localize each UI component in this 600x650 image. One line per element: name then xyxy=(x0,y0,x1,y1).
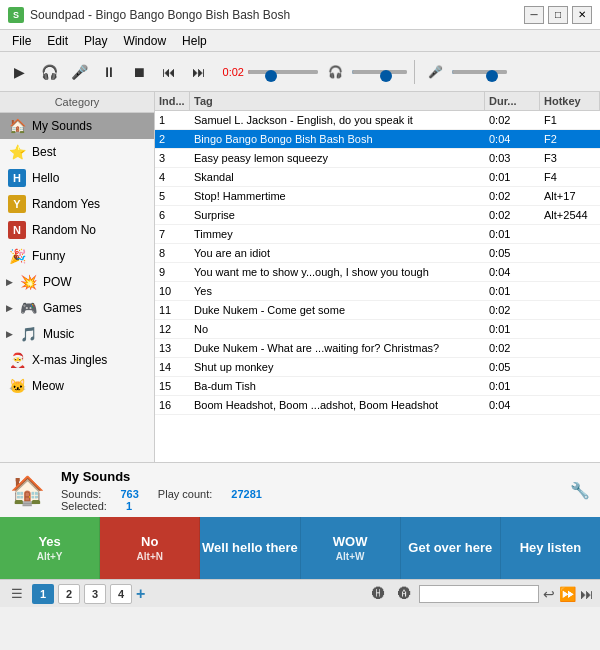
sort-icon[interactable]: 🅗 xyxy=(367,583,389,605)
track-index: 2 xyxy=(155,130,190,148)
well-hello-soundboard-button[interactable]: Well hello there xyxy=(200,517,300,579)
menu-play[interactable]: Play xyxy=(76,32,115,50)
track-duration: 0:01 xyxy=(485,377,540,395)
music-icon: 🎵 xyxy=(19,325,37,343)
next-button[interactable]: ⏭ xyxy=(186,59,212,85)
home-icon: 🏠 xyxy=(10,474,45,507)
menu-window[interactable]: Window xyxy=(115,32,174,50)
track-index: 1 xyxy=(155,111,190,129)
sidebar-item-random-no[interactable]: N Random No xyxy=(0,217,154,243)
search-input-area[interactable] xyxy=(419,585,539,603)
close-button[interactable]: ✕ xyxy=(572,6,592,24)
games-arrow: ▶ xyxy=(6,303,13,313)
tab-2[interactable]: 2 xyxy=(58,584,80,604)
stop-button[interactable]: ⏹ xyxy=(126,59,152,85)
sidebar-item-random-yes[interactable]: Y Random Yes xyxy=(0,191,154,217)
track-index: 6 xyxy=(155,206,190,224)
minimize-button[interactable]: ─ xyxy=(524,6,544,24)
prev-button[interactable]: ⏮ xyxy=(156,59,182,85)
settings-icon[interactable]: 🔧 xyxy=(570,481,590,500)
menu-file[interactable]: File xyxy=(4,32,39,50)
pause-button[interactable]: ⏸ xyxy=(96,59,122,85)
volume-slider[interactable] xyxy=(352,70,407,74)
mic-volume-slider[interactable] xyxy=(452,70,507,74)
status-counts-row1: Sounds: 763 Play count: 27281 xyxy=(61,488,558,500)
table-row[interactable]: 5Stop! Hammertime0:02Alt+17 xyxy=(155,187,600,206)
table-row[interactable]: 10Yes0:01 xyxy=(155,282,600,301)
headphones-button[interactable]: 🎧 xyxy=(36,59,62,85)
table-row[interactable]: 9You want me to show y...ough, I show yo… xyxy=(155,263,600,282)
tab-1[interactable]: 1 xyxy=(32,584,54,604)
track-duration: 0:05 xyxy=(485,244,540,262)
table-row[interactable]: 15Ba-dum Tish0:01 xyxy=(155,377,600,396)
no-label: No xyxy=(141,534,158,549)
table-row[interactable]: 14Shut up monkey0:05 xyxy=(155,358,600,377)
track-duration: 0:01 xyxy=(485,225,540,243)
track-index: 14 xyxy=(155,358,190,376)
track-hotkey xyxy=(540,320,600,338)
mic2-button[interactable]: 🎤 xyxy=(422,59,448,85)
table-row[interactable]: 3Easy peasy lemon squeezy0:03F3 xyxy=(155,149,600,168)
forward-arrow[interactable]: ⏩ xyxy=(559,586,576,602)
sidebar-item-xmas[interactable]: 🎅 X-mas Jingles xyxy=(0,347,154,373)
table-row[interactable]: 7Timmey0:01 xyxy=(155,225,600,244)
table-row[interactable]: 16Boom Headshot, Boom ...adshot, Boom He… xyxy=(155,396,600,415)
menu-help[interactable]: Help xyxy=(174,32,215,50)
sidebar-item-best[interactable]: ⭐ Best xyxy=(0,139,154,165)
table-row[interactable]: 11Duke Nukem - Come get some0:02 xyxy=(155,301,600,320)
sidebar-label-music: Music xyxy=(43,327,74,341)
tab-4[interactable]: 4 xyxy=(110,584,132,604)
table-row[interactable]: 6Surprise0:02Alt+2544 xyxy=(155,206,600,225)
sidebar-item-games[interactable]: ▶ 🎮 Games xyxy=(0,295,154,321)
sounds-label: Sounds: 763 xyxy=(61,488,139,500)
sidebar-label-meow: Meow xyxy=(32,379,64,393)
sidebar-label-pow: POW xyxy=(43,275,72,289)
mic-button[interactable]: 🎤 xyxy=(66,59,92,85)
sidebar-item-pow[interactable]: ▶ 💥 POW xyxy=(0,269,154,295)
play-button[interactable]: ▶ xyxy=(6,59,32,85)
get-over-soundboard-button[interactable]: Get over here xyxy=(401,517,501,579)
track-index: 16 xyxy=(155,396,190,414)
headphones2-button[interactable]: 🎧 xyxy=(322,59,348,85)
sidebar-item-music[interactable]: ▶ 🎵 Music xyxy=(0,321,154,347)
track-index: 7 xyxy=(155,225,190,243)
track-index: 5 xyxy=(155,187,190,205)
sidebar-item-hello[interactable]: H Hello xyxy=(0,165,154,191)
track-tag: Stop! Hammertime xyxy=(190,187,485,205)
maximize-button[interactable]: □ xyxy=(548,6,568,24)
table-row[interactable]: 2Bingo Bango Bongo Bish Bash Bosh0:04F2 xyxy=(155,130,600,149)
back-arrow[interactable]: ↩ xyxy=(543,586,555,602)
yes-soundboard-button[interactable]: Yes Alt+Y xyxy=(0,517,100,579)
hey-listen-soundboard-button[interactable]: Hey listen xyxy=(501,517,600,579)
menu-edit[interactable]: Edit xyxy=(39,32,76,50)
track-index: 3 xyxy=(155,149,190,167)
case-icon[interactable]: 🅐 xyxy=(393,583,415,605)
track-tag: Yes xyxy=(190,282,485,300)
wow-soundboard-button[interactable]: WOW Alt+W xyxy=(301,517,401,579)
table-row[interactable]: 4Skandal0:01F4 xyxy=(155,168,600,187)
hello-icon: H xyxy=(8,169,26,187)
hamburger-icon[interactable]: ☰ xyxy=(6,583,28,605)
table-row[interactable]: 8You are an idiot0:05 xyxy=(155,244,600,263)
playback-slider[interactable] xyxy=(248,70,318,74)
add-tab-button[interactable]: + xyxy=(136,585,145,603)
track-duration: 0:01 xyxy=(485,320,540,338)
sidebar-item-meow[interactable]: 🐱 Meow xyxy=(0,373,154,399)
end-arrow[interactable]: ⏭ xyxy=(580,586,594,602)
main-area: Category 🏠 My Sounds ⭐ Best H Hello Y Ra… xyxy=(0,92,600,462)
volume-slider-container xyxy=(352,70,407,74)
no-soundboard-button[interactable]: No Alt+N xyxy=(100,517,200,579)
sidebar-label-funny: Funny xyxy=(32,249,65,263)
bottombar-right: 🅗 🅐 ↩ ⏩ ⏭ xyxy=(367,583,594,605)
play-count-value: 27281 xyxy=(231,488,262,500)
tracklist[interactable]: Ind... Tag Dur... Hotkey 1Samuel L. Jack… xyxy=(155,92,600,462)
sidebar-item-funny[interactable]: 🎉 Funny xyxy=(0,243,154,269)
track-hotkey xyxy=(540,263,600,281)
tab-3[interactable]: 3 xyxy=(84,584,106,604)
table-row[interactable]: 13Duke Nukem - What are ...waiting for? … xyxy=(155,339,600,358)
table-row[interactable]: 12No0:01 xyxy=(155,320,600,339)
get-over-label: Get over here xyxy=(408,540,492,555)
table-row[interactable]: 1Samuel L. Jackson - English, do you spe… xyxy=(155,111,600,130)
sidebar-item-my-sounds[interactable]: 🏠 My Sounds xyxy=(0,113,154,139)
track-tag: You want me to show y...ough, I show you… xyxy=(190,263,485,281)
